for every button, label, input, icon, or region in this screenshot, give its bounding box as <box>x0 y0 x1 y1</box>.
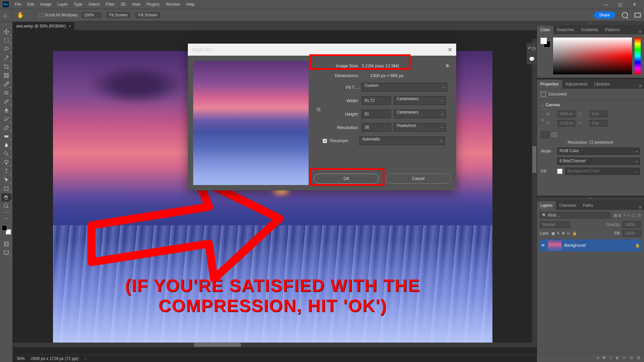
tab-layers[interactable]: Layers <box>537 201 556 210</box>
shape-tool[interactable] <box>1 185 11 193</box>
menu-select[interactable]: Select <box>86 1 102 8</box>
width-input[interactable] <box>362 96 391 105</box>
hue-slider[interactable] <box>635 38 641 74</box>
lock-pixels-icon[interactable]: ▩ <box>551 231 555 236</box>
menu-file[interactable]: File <box>12 1 24 8</box>
visibility-icon[interactable]: 👁 <box>541 243 545 248</box>
canvas-y-input[interactable]: 0 px <box>590 120 608 127</box>
fit-to-select[interactable]: Custom <box>362 83 447 92</box>
panel-menu-icon[interactable]: ≡ <box>636 29 644 34</box>
orientation-landscape-button[interactable] <box>550 131 558 138</box>
resolution-unit-select[interactable]: Pixels/Inch <box>394 123 446 132</box>
chevron-down-icon[interactable]: ⌄ <box>541 103 544 107</box>
height-unit-select[interactable]: Centimeters <box>394 110 446 118</box>
dialog-close-icon[interactable]: ✕ <box>448 47 452 53</box>
resolution-input[interactable] <box>362 123 391 132</box>
brush-tool[interactable] <box>1 98 11 106</box>
menu-plugins[interactable]: Plugins <box>144 1 162 8</box>
search-icon[interactable] <box>622 12 628 18</box>
canvas-x-input[interactable]: 0 px <box>590 111 608 117</box>
fill-opacity-input[interactable]: 100% <box>623 230 641 237</box>
tab-patterns[interactable]: Patterns <box>602 25 624 34</box>
foreground-background-colors[interactable] <box>2 225 11 235</box>
menu-help[interactable]: Help <box>183 1 197 8</box>
chevron-down-icon[interactable]: ⌄ <box>362 73 367 78</box>
lasso-tool[interactable] <box>1 45 11 53</box>
horizontal-scrollbar[interactable] <box>13 343 532 347</box>
tab-color[interactable]: Color <box>537 25 553 34</box>
workspace-icon[interactable] <box>635 13 641 17</box>
delete-layer-icon[interactable]: 🗑 <box>637 355 641 360</box>
fill-swatch[interactable] <box>557 169 562 174</box>
lock-position-icon[interactable]: ✥ <box>562 231 565 236</box>
lock-brush-icon[interactable]: ✎ <box>557 231 560 236</box>
fit-screen-button[interactable]: Fit Screen <box>106 11 131 19</box>
quickmask-icon[interactable] <box>1 240 11 248</box>
opacity-input[interactable]: 100% <box>623 221 641 228</box>
tab-swatches[interactable]: Swatches <box>553 25 578 34</box>
gear-icon[interactable]: ✱. <box>445 63 451 68</box>
panel-menu-icon[interactable]: ≡ <box>636 84 644 88</box>
comments-panel-icon[interactable]: 💬 <box>529 56 535 62</box>
color-swatch-stack[interactable] <box>540 38 550 48</box>
tab-close-icon[interactable]: × <box>68 24 71 28</box>
stamp-tool[interactable] <box>1 106 11 114</box>
menu-filter[interactable]: Filter <box>103 1 117 8</box>
eraser-tool[interactable] <box>1 124 11 132</box>
canvas-width-input[interactable]: 2600 px <box>557 111 576 117</box>
hand-tool[interactable] <box>1 193 11 201</box>
foreground-color-swatch[interactable] <box>2 225 7 231</box>
link-dims-icon[interactable]: ⧉ <box>541 118 544 122</box>
crop-tool[interactable] <box>1 63 11 71</box>
panel-grip-icon[interactable]: «« <box>537 21 644 25</box>
menu-layer[interactable]: Layer <box>55 1 70 8</box>
screenmode-icon[interactable] <box>1 249 11 257</box>
adjustment-layer-icon[interactable]: ◐ <box>616 355 619 360</box>
menu-edit[interactable]: Edit <box>24 1 37 8</box>
width-unit-select[interactable]: Centimeters <box>394 96 446 105</box>
gradient-tool[interactable] <box>1 132 11 140</box>
blend-mode-select[interactable]: Normal <box>540 221 570 228</box>
status-arrow-icon[interactable]: 〉 <box>85 356 89 361</box>
lock-artboard-icon[interactable]: ▭ <box>567 231 570 236</box>
link-wh-icon[interactable]: ⧉ <box>317 107 320 113</box>
layer-mask-icon[interactable]: ◻ <box>609 355 612 360</box>
tab-gradients[interactable]: Gradients <box>578 25 602 34</box>
orientation-portrait-button[interactable] <box>541 131 549 138</box>
eyedropper-tool[interactable] <box>1 80 11 88</box>
tab-properties[interactable]: Properties <box>537 80 562 88</box>
type-tool[interactable] <box>1 167 11 175</box>
link-layers-icon[interactable]: ⧉ <box>596 355 599 360</box>
lock-indicator-icon[interactable]: 🔒 <box>635 243 640 248</box>
dodge-tool[interactable] <box>1 150 11 158</box>
dialog-titlebar[interactable]: Image Size ✕ <box>188 44 456 56</box>
blur-tool[interactable] <box>1 141 11 149</box>
document-tab[interactable]: sea.webp @ 50% (RGB/8#) × <box>13 21 74 30</box>
scroll-all-checkbox[interactable]: Scroll All Windows <box>40 13 77 17</box>
minimize-icon[interactable]: — <box>601 0 611 8</box>
canvas-height-input[interactable]: 1729 px <box>557 120 576 127</box>
menu-window[interactable]: Window <box>163 1 183 8</box>
panel-grip-icon[interactable]: «« <box>537 197 644 200</box>
layer-filter-icons[interactable]: ▦◐T▭◫⦿ <box>612 213 641 218</box>
height-input[interactable] <box>362 110 391 118</box>
tab-libraries[interactable]: Libraries <box>591 80 613 88</box>
maximize-icon[interactable]: ◱ <box>615 0 625 8</box>
frame-tool[interactable] <box>1 71 11 79</box>
history-brush-tool[interactable] <box>1 115 11 123</box>
share-button[interactable]: Share <box>594 11 615 19</box>
panel-menu-icon[interactable]: ≡ <box>636 205 644 210</box>
layer-filter-select[interactable]: 🔍 Kind ⌄ <box>540 212 610 219</box>
bit-depth-select[interactable]: 8 Bits/Channel <box>557 158 640 165</box>
menu-view[interactable]: View <box>129 1 143 8</box>
history-panel-icon[interactable]: ↶◷ <box>528 46 536 51</box>
layer-background[interactable]: 👁 Background 🔒 <box>540 239 641 251</box>
zoom-input[interactable]: 100%⌄ <box>81 11 102 19</box>
edit-toolbar-icon[interactable]: ⋯ <box>1 215 11 223</box>
move-tool[interactable] <box>1 28 11 36</box>
toolbar-collapse-icon[interactable]: » <box>5 23 7 26</box>
resample-checkbox[interactable]: ✓ <box>323 139 327 143</box>
layer-group-icon[interactable]: 🗀 <box>623 355 627 360</box>
color-field[interactable] <box>553 38 632 74</box>
status-zoom[interactable]: 50% <box>17 356 25 361</box>
